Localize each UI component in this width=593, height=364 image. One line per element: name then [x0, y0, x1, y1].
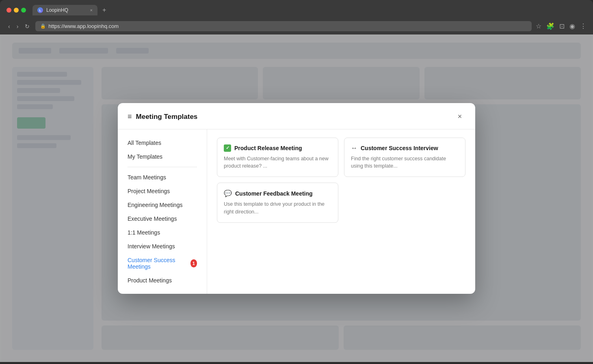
tab-bar: L LoopinHQ × +: [32, 5, 587, 15]
nav-buttons: ‹ › ↻: [6, 22, 31, 30]
close-traffic-light[interactable]: [6, 8, 11, 13]
address-bar[interactable]: 🔒 https://www.app.loopinhq.com: [35, 21, 532, 31]
check-icon: ✓: [224, 144, 231, 152]
meeting-templates-modal: ≡ Meeting Templates × All TemplatesMy Te…: [118, 103, 475, 294]
sidebar-item-team-meetings[interactable]: Team Meetings: [118, 170, 207, 184]
modal-overlay[interactable]: ≡ Meeting Templates × All TemplatesMy Te…: [0, 34, 593, 362]
modal-title-area: ≡ Meeting Templates: [128, 112, 197, 121]
template-card-product-release-meeting[interactable]: ✓ Product Release Meeting Meet with Cust…: [217, 138, 338, 177]
template-card-title: 💬 Customer Feedback Meeting: [224, 190, 331, 197]
template-title-text: Product Release Meeting: [234, 145, 302, 151]
browser-chrome: L LoopinHQ × + ‹ › ↻ 🔒 https://www.app.l…: [0, 0, 593, 34]
arrow-icon: ↔: [351, 144, 357, 152]
modal-body: All TemplatesMy TemplatesTeam MeetingsPr…: [118, 129, 475, 294]
profile-icon[interactable]: ◉: [569, 22, 575, 30]
sidebar-item-executive-meetings[interactable]: Executive Meetings: [118, 212, 207, 226]
sidebar-item-project-meetings[interactable]: Project Meetings: [118, 184, 207, 198]
nav-item-badge: 1: [190, 259, 197, 267]
modal-templates-content: ✓ Product Release Meeting Meet with Cust…: [207, 129, 475, 294]
browser-actions: ☆ 🧩 ⊡ ◉ ⋮: [536, 22, 587, 30]
active-tab[interactable]: L LoopinHQ ×: [32, 5, 97, 15]
tab-close-button[interactable]: ×: [90, 8, 93, 13]
chat-icon: 💬: [224, 190, 232, 197]
modal-sidebar: All TemplatesMy TemplatesTeam MeetingsPr…: [118, 129, 207, 294]
tab-label: LoopinHQ: [46, 7, 68, 13]
sidebar-item-customer-success-meetings[interactable]: Customer Success Meetings1: [118, 253, 207, 274]
template-title-text: Customer Success Interview: [361, 145, 438, 151]
content-area: ≡ Meeting Templates × All TemplatesMy Te…: [0, 34, 593, 362]
tab-favicon: L: [37, 7, 43, 13]
traffic-lights: [6, 8, 26, 13]
extensions-icon[interactable]: 🧩: [546, 22, 554, 30]
nav-divider: [128, 167, 197, 167]
template-card-customer-feedback-meeting[interactable]: 💬 Customer Feedback Meeting Use this tem…: [217, 183, 338, 223]
sidebar-item-my-templates[interactable]: My Templates: [118, 150, 207, 164]
modal-header: ≡ Meeting Templates ×: [118, 103, 475, 129]
back-button[interactable]: ‹: [6, 22, 12, 30]
refresh-button[interactable]: ↻: [23, 22, 31, 30]
template-card-title: ✓ Product Release Meeting: [224, 144, 331, 152]
template-description: Find the right customer success candidat…: [351, 155, 459, 170]
window-icon[interactable]: ⊡: [559, 22, 565, 30]
modal-close-button[interactable]: ×: [454, 111, 465, 123]
template-description: Use this template to drive your product …: [224, 200, 331, 216]
template-card-title: ↔ Customer Success Interview: [351, 144, 459, 152]
address-bar-row: ‹ › ↻ 🔒 https://www.app.loopinhq.com ☆ 🧩…: [0, 19, 593, 34]
template-card-customer-success-interview[interactable]: ↔ Customer Success Interview Find the ri…: [344, 138, 465, 177]
star-icon[interactable]: ☆: [536, 22, 541, 30]
sidebar-item-product-meetings[interactable]: Product Meetings: [118, 274, 207, 287]
modal-list-icon: ≡: [128, 112, 132, 121]
url-text: https://www.app.loopinhq.com: [48, 23, 119, 29]
maximize-traffic-light[interactable]: [21, 8, 26, 13]
title-bar: L LoopinHQ × +: [0, 0, 593, 19]
menu-icon[interactable]: ⋮: [580, 22, 587, 30]
modal-title: Meeting Templates: [136, 113, 198, 121]
forward-button[interactable]: ›: [15, 22, 20, 30]
nav-item-badge-wrapper: Customer Success Meetings1: [128, 257, 197, 270]
new-tab-button[interactable]: +: [99, 5, 109, 15]
sidebar-item-11-meetings[interactable]: 1:1 Meetings: [118, 226, 207, 239]
minimize-traffic-light[interactable]: [14, 8, 19, 13]
template-description: Meet with Customer-facing teams about a …: [224, 155, 331, 170]
sidebar-item-all-templates[interactable]: All Templates: [118, 136, 207, 150]
templates-grid: ✓ Product Release Meeting Meet with Cust…: [217, 138, 465, 223]
template-title-text: Customer Feedback Meeting: [235, 190, 313, 197]
sidebar-item-engineering-meetings[interactable]: Engineering Meetings: [118, 198, 207, 212]
nav-item-label: Customer Success Meetings: [128, 257, 187, 270]
sidebar-item-interview-meetings[interactable]: Interview Meetings: [118, 239, 207, 253]
lock-icon: 🔒: [40, 24, 46, 29]
